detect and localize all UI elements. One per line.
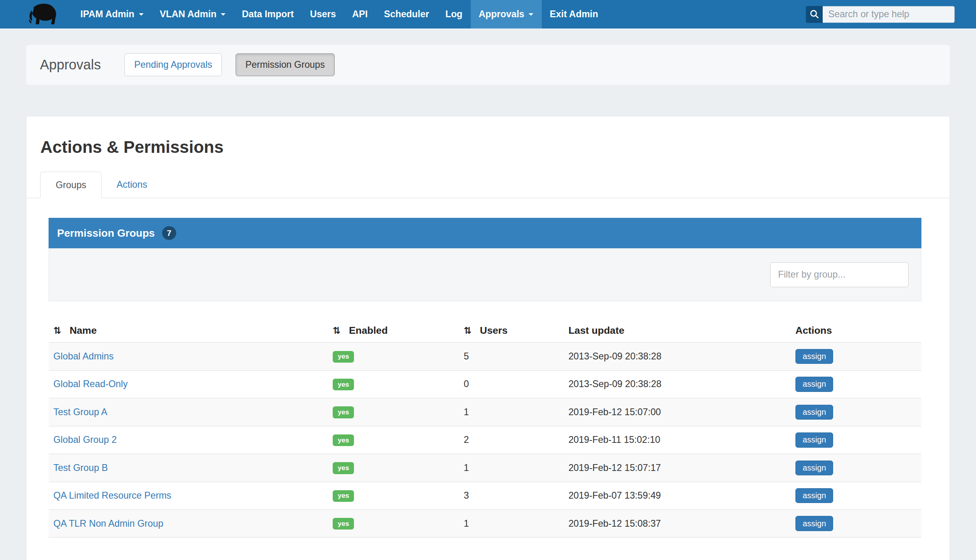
column-header-name: ⇅ Name [49,319,328,343]
nav-item-label: Scheduler [384,9,429,20]
main-menu: IPAM Admin VLAN Admin Data Import Users … [72,0,606,28]
assign-button[interactable]: assign [795,461,833,475]
column-label: Actions [795,325,832,336]
users-count: 1 [459,454,563,482]
nav-item-label: API [352,9,368,20]
last-update: 2019-Feb-12 15:07:17 [563,454,791,482]
pending-approvals-button[interactable]: Pending Approvals [124,53,222,77]
magnifier-glyph [809,9,819,19]
nav-item-label: IPAM Admin [80,9,134,20]
assign-button[interactable]: assign [795,516,833,531]
nav-item-api[interactable]: API [344,0,376,28]
table-row: QA TLR Non Admin Group yes 1 2019-Feb-12… [49,509,921,537]
tab-actions[interactable]: Actions [102,172,162,197]
enabled-badge: yes [333,406,354,418]
users-count: 1 [459,509,563,537]
table-row: Global Admins yes 5 2013-Sep-09 20:38:28… [49,343,921,370]
caret-down-icon [221,13,226,16]
column-label: Name [69,325,97,336]
permission-groups-button[interactable]: Permission Groups [236,53,335,77]
group-name-link[interactable]: Test Group A [53,407,108,417]
enabled-badge: yes [333,379,354,390]
users-count: 0 [459,370,563,398]
sort-icon[interactable]: ⇅ [333,325,341,336]
nav-item-scheduler[interactable]: Scheduler [376,0,437,28]
table-header-row: ⇅ Name ⇅ Enabled ⇅ Users Last update [49,319,921,343]
nav-item-exit-admin[interactable]: Exit Admin [542,0,606,28]
column-label: Last update [568,325,624,336]
enabled-badge: yes [333,518,354,530]
assign-button[interactable]: assign [795,488,833,503]
phpipam-logo[interactable] [25,0,60,28]
enabled-badge: yes [333,490,354,502]
assign-button[interactable]: assign [795,349,833,364]
group-count-badge: 7 [162,226,176,240]
nav-item-approvals[interactable]: Approvals [471,0,542,28]
mammoth-logo-icon [25,2,60,27]
navbar-search [806,0,955,28]
table-row: Test Group B yes 1 2019-Feb-12 15:07:17 … [49,454,921,482]
nav-item-label: Approvals [479,9,525,20]
search-input[interactable] [823,6,955,23]
users-count: 1 [459,398,563,426]
column-header-users: ⇅ Users [459,319,563,343]
group-name-link[interactable]: Global Read-Only [53,379,128,389]
nav-item-vlan-admin[interactable]: VLAN Admin [152,0,234,28]
page-content: Approvals Pending Approvals Permission G… [0,28,976,560]
enabled-badge: yes [333,351,354,363]
assign-button[interactable]: assign [795,432,833,447]
last-update: 2013-Sep-09 20:38:28 [563,343,791,370]
column-label: Users [480,325,508,336]
nav-item-log[interactable]: Log [437,0,470,28]
last-update: 2019-Feb-11 15:02:10 [563,426,791,454]
tab-bar: Groups Actions [26,172,950,198]
panel-title: Actions & Permissions [40,138,935,157]
sort-icon[interactable]: ⇅ [53,325,61,336]
filter-group-input[interactable] [770,262,909,287]
caret-down-icon [529,13,533,16]
assign-button[interactable]: assign [795,405,833,420]
widget-title: Permission Groups [57,227,155,239]
table-row: Global Group 2 yes 2 2019-Feb-11 15:02:1… [49,426,921,454]
search-icon[interactable] [806,6,823,23]
users-count: 5 [459,343,563,370]
sort-icon[interactable]: ⇅ [464,325,472,336]
enabled-badge: yes [333,462,354,474]
group-name-link[interactable]: QA TLR Non Admin Group [53,518,163,529]
assign-button[interactable]: assign [795,377,833,392]
nav-item-label: Exit Admin [550,9,598,20]
tab-groups[interactable]: Groups [40,172,102,198]
group-name-link[interactable]: Global Group 2 [53,434,117,445]
column-label: Enabled [349,325,388,336]
nav-item-users[interactable]: Users [302,0,344,28]
users-count: 2 [459,426,563,454]
table-row: Global Read-Only yes 0 2013-Sep-09 20:38… [49,370,921,398]
page-title: Approvals [40,57,101,73]
nav-item-label: Users [310,9,336,20]
users-count: 3 [459,482,563,509]
caret-down-icon [139,13,144,16]
permission-groups-widget: Permission Groups 7 ⇅ Name ⇅ Enabled [49,218,921,538]
nav-item-label: Log [445,9,463,20]
group-name-link[interactable]: QA Limited Resource Perms [53,490,171,501]
column-header-enabled: ⇅ Enabled [328,319,459,343]
enabled-badge: yes [333,434,354,446]
group-name-link[interactable]: Global Admins [53,351,114,361]
column-header-last-update: Last update [563,319,791,343]
widget-toolbar [49,248,921,301]
nav-item-data-import[interactable]: Data Import [234,0,302,28]
column-header-actions: Actions [791,319,921,343]
last-update: 2019-Feb-07 13:59:49 [563,482,791,509]
permission-groups-widget-header: Permission Groups 7 [49,218,921,248]
approvals-header-bar: Approvals Pending Approvals Permission G… [26,45,950,85]
actions-permissions-panel: Actions & Permissions Groups Actions Per… [26,116,950,560]
permission-groups-table: ⇅ Name ⇅ Enabled ⇅ Users Last update [49,319,921,538]
group-name-link[interactable]: Test Group B [53,463,108,473]
table-row: Test Group A yes 1 2019-Feb-12 15:07:00 … [49,398,921,426]
navbar: IPAM Admin VLAN Admin Data Import Users … [0,0,976,28]
nav-item-label: VLAN Admin [160,9,216,20]
nav-item-label: Data Import [242,9,294,20]
nav-item-ipam-admin[interactable]: IPAM Admin [72,0,152,28]
last-update: 2019-Feb-12 15:07:00 [563,398,791,426]
last-update: 2019-Feb-12 15:08:37 [563,509,791,537]
